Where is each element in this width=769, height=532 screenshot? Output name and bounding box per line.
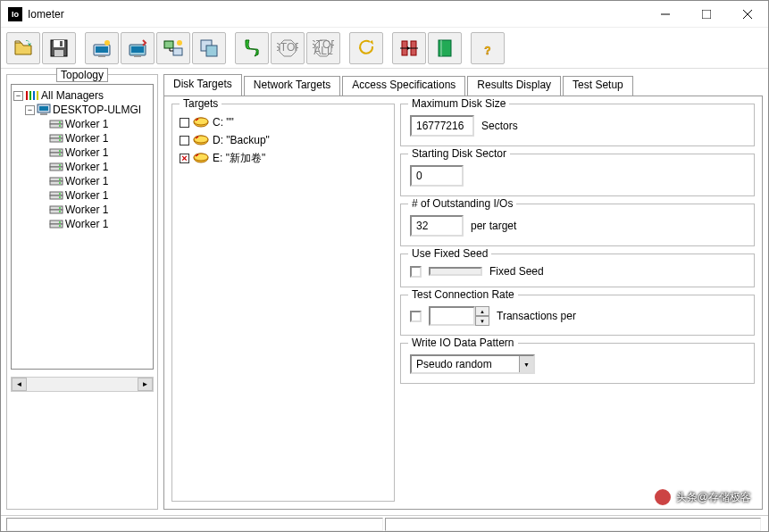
fixed-seed-checkbox[interactable] [410,266,422,278]
watermark: 头条@存储极客 [653,487,751,507]
disk-checkbox[interactable] [180,154,189,163]
tree-worker[interactable]: Worker 1 [13,174,151,188]
tab-network-targets[interactable]: Network Targets [244,76,340,96]
svg-rect-13 [131,46,144,53]
disk-checkbox[interactable] [180,118,189,128]
scroll-track[interactable] [27,378,138,391]
max-disk-size-input[interactable]: 16777216 [410,115,474,137]
starting-sector-input[interactable]: 0 [410,165,464,187]
help-button[interactable]: ? [471,32,505,64]
copy-button[interactable] [192,32,226,64]
disk-checkbox[interactable] [180,136,189,145]
dropdown-arrow-icon[interactable]: ▼ [519,356,533,372]
tab-results-display[interactable]: Results Display [467,76,561,96]
svg-rect-36 [39,106,48,111]
new-worker-button[interactable] [85,32,119,64]
disk-icon [49,118,63,130]
svg-text:STOP: STOP [277,41,298,54]
tree-worker[interactable]: Worker 1 [13,131,151,145]
svg-rect-29 [440,40,442,56]
maximize-button[interactable] [686,1,727,28]
reset-button[interactable] [349,32,383,64]
collapse-icon[interactable]: − [13,91,23,101]
svg-point-52 [59,164,61,166]
new-net-worker-button[interactable] [121,32,155,64]
max-disk-unit: Sectors [481,120,518,132]
scroll-right-button[interactable]: ► [138,378,153,391]
svg-text:ALL: ALL [313,45,333,57]
managers-icon [25,89,39,102]
svg-point-45 [59,139,61,141]
worker-label: Worker 1 [65,161,108,173]
tabs: Disk Targets Network Targets Access Spec… [163,74,763,96]
align-button[interactable] [392,32,426,64]
svg-point-77 [194,154,208,161]
watermark-avatar [653,487,673,507]
status-cell [6,518,383,531]
close-button[interactable] [727,1,768,28]
fixed-seed-fieldset: Use Fixed Seed Fixed Seed [400,254,755,287]
targets-fieldset: Targets C: ""D: "Backup"E: "新加卷" [171,104,395,502]
fixed-seed-legend: Use Fixed Seed [408,247,491,260]
tab-disk-targets[interactable]: Disk Targets [163,74,242,96]
disk-label: D: "Backup" [213,134,270,146]
save-button[interactable] [42,32,76,64]
svg-rect-14 [134,55,141,57]
open-button[interactable] [6,32,40,64]
disk-icon [49,218,63,230]
worker-label: Worker 1 [65,175,108,187]
fixed-seed-input[interactable] [429,267,482,276]
stop-button[interactable]: STOP [271,32,305,64]
svg-point-61 [59,196,61,198]
window-title: Iometer [28,8,645,21]
app-icon: Io [8,7,22,21]
conn-rate-spinner[interactable]: ▲▼ [429,306,489,326]
disk-icon [49,161,63,173]
computer-icon [37,104,51,116]
tab-access-specifications[interactable]: Access Specifications [342,76,465,96]
tree-host[interactable]: − DESKTOP-ULMGI [13,103,151,117]
svg-rect-37 [40,113,47,115]
disk-target-item[interactable]: D: "Backup" [180,131,387,149]
tab-test-setup[interactable]: Test Setup [563,76,633,96]
duplicate-worker-button[interactable] [156,32,190,64]
minimize-button[interactable] [645,1,686,28]
scroll-left-button[interactable]: ◄ [12,378,27,391]
start-sector-legend: Starting Disk Sector [408,147,510,160]
svg-point-53 [59,168,61,170]
tree-worker[interactable]: Worker 1 [13,217,151,231]
svg-rect-15 [164,41,173,48]
conn-rate-label: Transactions per [497,310,576,322]
svg-point-17 [177,40,182,46]
collapse-icon[interactable]: − [25,105,35,115]
tree-root[interactable]: − All Managers [13,88,151,103]
tree-worker[interactable]: Worker 1 [13,160,151,174]
tree-worker[interactable]: Worker 1 [13,188,151,203]
topology-tree[interactable]: − All Managers − DESKTOP-ULMGI Worker 1W… [11,84,154,370]
svg-point-57 [59,182,61,184]
tree-worker[interactable]: Worker 1 [13,203,151,217]
horizontal-scrollbar[interactable]: ◄ ► [11,377,154,392]
conn-rate-checkbox[interactable] [410,311,422,322]
svg-rect-16 [173,48,182,55]
svg-rect-1 [702,10,711,19]
status-bar [1,515,768,532]
write-pattern-fieldset: Write IO Data Pattern Pseudo random ▼ [400,343,755,384]
conn-rate-legend: Test Connection Rate [408,288,518,301]
max-disk-legend: Maximum Disk Size [408,97,509,110]
tree-worker[interactable]: Worker 1 [13,145,151,160]
disk-target-item[interactable]: E: "新加卷" [180,149,387,167]
svg-point-71 [194,118,208,125]
tree-worker[interactable]: Worker 1 [13,117,151,131]
stop-all-button[interactable]: STOPALL [306,32,340,64]
book-button[interactable] [428,32,462,64]
toolbar: STOP STOPALL ? [1,28,768,69]
fixed-seed-label: Fixed Seed [489,265,544,278]
start-button[interactable] [235,32,269,64]
disk-target-item[interactable]: C: "" [180,113,387,131]
starting-sector-fieldset: Starting Disk Sector 0 [400,154,755,196]
outstanding-legend: # of Outstanding I/Os [408,197,516,210]
svg-point-44 [59,136,61,137]
outstanding-ios-input[interactable]: 32 [410,215,464,237]
write-pattern-dropdown[interactable]: Pseudo random ▼ [410,354,535,374]
